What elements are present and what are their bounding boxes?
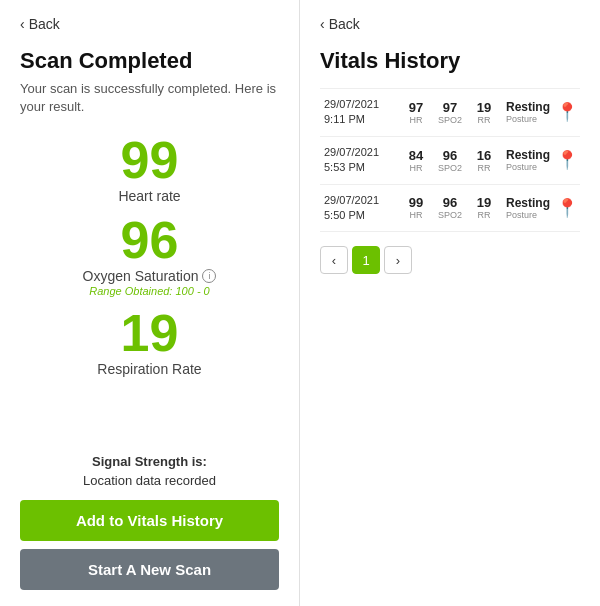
history-row[interactable]: 29/07/2021 9:11 PM 97 HR 97 SPO2 19 RR R…	[320, 88, 580, 137]
rr-col: 19 RR	[470, 195, 498, 220]
oxygen-range: Range Obtained: 100 - 0	[20, 285, 279, 297]
location-pin-icon[interactable]: 📍	[556, 149, 578, 171]
oxygen-block: 96 Oxygen Saturation i Range Obtained: 1…	[20, 214, 279, 297]
vitals-history-title: Vitals History	[320, 48, 580, 74]
spo2-col: 97 SPO2	[436, 100, 464, 125]
oxygen-value: 96	[20, 214, 279, 266]
left-panel: ‹ Back Scan Completed Your scan is succe…	[0, 0, 300, 606]
oxygen-info-icon[interactable]: i	[202, 269, 216, 283]
rr-col: 19 RR	[470, 100, 498, 125]
right-back-label: Back	[329, 16, 360, 32]
location-pin-icon[interactable]: 📍	[556, 101, 578, 123]
location-text: Location data recorded	[20, 473, 279, 488]
posture-col: Resting Posture	[504, 100, 550, 124]
right-back-chevron-icon: ‹	[320, 16, 325, 32]
left-back-label: Back	[29, 16, 60, 32]
posture-col: Resting Posture	[504, 148, 550, 172]
scan-completed-title: Scan Completed	[20, 48, 279, 74]
date-col: 29/07/2021 5:53 PM	[324, 145, 396, 176]
page-1-button[interactable]: 1	[352, 246, 380, 274]
posture-col: Resting Posture	[504, 196, 550, 220]
left-back-button[interactable]: ‹ Back	[20, 16, 279, 32]
heart-rate-label: Heart rate	[20, 188, 279, 204]
pagination: ‹ 1 ›	[320, 246, 580, 274]
right-back-button[interactable]: ‹ Back	[320, 16, 580, 32]
back-chevron-icon: ‹	[20, 16, 25, 32]
heart-rate-value: 99	[20, 134, 279, 186]
history-row[interactable]: 29/07/2021 5:53 PM 84 HR 96 SPO2 16 RR R…	[320, 137, 580, 185]
start-new-scan-button[interactable]: Start A New Scan	[20, 549, 279, 590]
spo2-col: 96 SPO2	[436, 195, 464, 220]
respiration-label: Respiration Rate	[20, 361, 279, 377]
signal-section: Signal Strength is: Location data record…	[20, 454, 279, 488]
spo2-col: 96 SPO2	[436, 148, 464, 173]
hr-col: 84 HR	[402, 148, 430, 173]
rr-col: 16 RR	[470, 148, 498, 173]
hr-col: 97 HR	[402, 100, 430, 125]
history-list: 29/07/2021 9:11 PM 97 HR 97 SPO2 19 RR R…	[320, 88, 580, 232]
add-to-history-button[interactable]: Add to Vitals History	[20, 500, 279, 541]
location-pin-icon[interactable]: 📍	[556, 197, 578, 219]
respiration-block: 19 Respiration Rate	[20, 307, 279, 377]
prev-page-button[interactable]: ‹	[320, 246, 348, 274]
oxygen-label: Oxygen Saturation i	[20, 268, 279, 284]
signal-label: Signal Strength is:	[20, 454, 279, 469]
date-col: 29/07/2021 9:11 PM	[324, 97, 396, 128]
next-page-button[interactable]: ›	[384, 246, 412, 274]
heart-rate-block: 99 Heart rate	[20, 134, 279, 204]
respiration-value: 19	[20, 307, 279, 359]
hr-col: 99 HR	[402, 195, 430, 220]
right-panel: ‹ Back Vitals History 29/07/2021 9:11 PM…	[300, 0, 600, 606]
history-row[interactable]: 29/07/2021 5:50 PM 99 HR 96 SPO2 19 RR R…	[320, 185, 580, 233]
date-col: 29/07/2021 5:50 PM	[324, 193, 396, 224]
scan-subtitle: Your scan is successfully completed. Her…	[20, 80, 279, 116]
